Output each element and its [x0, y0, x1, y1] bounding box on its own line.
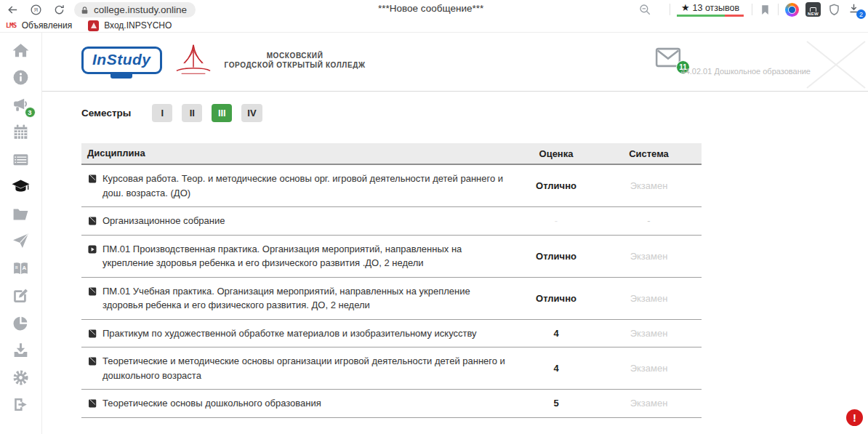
download-icon — [12, 341, 30, 362]
refresh-button[interactable] — [51, 1, 67, 17]
divider — [752, 4, 752, 15]
downloads-badge: 2 — [856, 9, 866, 19]
bookmark-item[interactable]: Вход.INPSYCHO — [88, 20, 172, 31]
sidebar-item-logout[interactable] — [11, 397, 31, 416]
semester-button-IV[interactable]: IV — [241, 104, 262, 122]
reviews-widget[interactable]: ★ 13 отзывов — [677, 2, 744, 17]
system-value: - — [596, 215, 702, 226]
downloads-button[interactable]: 2 — [848, 2, 862, 17]
semester-button-III[interactable]: III — [212, 104, 232, 122]
sidebar-item-translate[interactable]: Aя — [11, 260, 31, 279]
extension-color-icon[interactable] — [785, 3, 799, 17]
inpsycho-favicon — [88, 20, 99, 31]
sidebar-item-stats[interactable] — [11, 315, 31, 334]
grades-table: Дисциплина Оценка Система Курсовая работ… — [81, 143, 702, 418]
system-value: Экзамен — [596, 363, 702, 374]
book-icon — [87, 329, 97, 339]
svg-text:я: я — [15, 265, 18, 270]
address-bar[interactable]: college.instudy.online — [74, 2, 196, 17]
grade-value: Отлично — [516, 293, 596, 304]
play-icon — [87, 244, 97, 254]
system-value: Экзамен — [596, 251, 702, 262]
sidebar-item-download[interactable] — [11, 342, 31, 361]
calendar-icon — [12, 123, 30, 144]
table-row: ПМ.01 Учебная практика. Организация меро… — [81, 278, 702, 320]
url-text: college.instudy.online — [94, 4, 187, 15]
sidebar-item-edit[interactable] — [11, 288, 31, 307]
system-value: Экзамен — [596, 293, 702, 304]
semesters-selector: Семестры IIIIIIIV — [81, 104, 262, 122]
column-system: Система — [596, 148, 702, 159]
site-header: InStudy МОСКОВСКИЙ ГОРОДСКОЙ ОТКРЫТЫЙ КО… — [81, 42, 366, 79]
grade-value: Отлично — [516, 180, 596, 191]
bookmark-label: Объявления — [22, 20, 72, 31]
table-row: Организационное собрание-- — [81, 207, 702, 236]
discipline-name[interactable]: Теоретические и методические основы орга… — [103, 354, 506, 382]
grade-value: - — [516, 215, 596, 226]
bookmarks-bar: LMSОбъявленияВход.INPSYCHO — [0, 19, 868, 33]
sidebar-item-calendar[interactable] — [11, 124, 31, 143]
discipline-name[interactable]: ПМ.01 Производственная практика. Организ… — [103, 242, 506, 270]
sidebar-item-folder[interactable] — [11, 206, 31, 225]
bookmark-flag-icon[interactable] — [759, 4, 771, 16]
college-name: МОСКОВСКИЙ ГОРОДСКОЙ ОТКРЫТЫЙ КОЛЛЕДЖ — [225, 51, 366, 71]
book-icon — [87, 216, 97, 226]
discipline-name[interactable]: Курсовая работа. Теор. и методические ос… — [103, 172, 506, 200]
grade-value: 5 — [516, 398, 596, 409]
table-row: Теоретические основы дошкольного образов… — [81, 390, 702, 418]
grade-value: 4 — [516, 363, 596, 374]
grade-value: Отлично — [516, 251, 596, 262]
back-button[interactable] — [4, 1, 20, 17]
lock-icon — [80, 5, 89, 15]
browser-menu-icon[interactable]: Я — [28, 1, 44, 17]
send-icon — [12, 232, 30, 253]
column-grade: Оценка — [516, 148, 596, 159]
extension-new-icon[interactable]: NEW — [805, 2, 821, 17]
table-row: ПМ.01 Производственная практика. Организ… — [81, 236, 702, 278]
alert-icon[interactable]: ! — [846, 409, 863, 426]
sidebar-item-journal[interactable] — [11, 151, 31, 170]
grade-value: 4 — [516, 328, 596, 339]
zoom-out-icon[interactable] — [638, 3, 651, 16]
sidebar-item-send[interactable] — [11, 233, 31, 252]
discipline-name[interactable]: Практикум по художественной обработке ма… — [103, 326, 477, 341]
star-icon: ★ — [681, 2, 690, 13]
divider — [670, 4, 670, 15]
discipline-name[interactable]: ПМ.01 Учебная практика. Организация меро… — [103, 284, 506, 313]
svg-text:Я: Я — [33, 7, 37, 13]
system-value: Экзамен — [596, 328, 702, 339]
sidebar-item-education[interactable] — [11, 179, 31, 198]
discipline-name[interactable]: Организационное собрание — [103, 214, 225, 228]
book-icon — [87, 356, 97, 366]
sidebar-item-home[interactable] — [11, 42, 31, 61]
new-badge: NEW — [808, 12, 819, 16]
instudy-logo[interactable]: InStudy — [81, 47, 162, 74]
sidebar-item-info[interactable] — [11, 70, 31, 89]
instudy-logo-text: InStudy — [92, 51, 151, 68]
browser-toolbar: Я college.instudy.online ***Новое сообще… — [0, 0, 868, 19]
table-row: Теоретические и методические основы орга… — [81, 347, 702, 390]
bookmark-item[interactable]: LMSОбъявления — [6, 20, 72, 31]
translate-icon: Aя — [12, 260, 30, 281]
svg-text:A: A — [23, 264, 27, 270]
system-value: Экзамен — [596, 180, 702, 191]
info-icon — [12, 68, 30, 89]
education-icon — [12, 177, 30, 198]
announcements-badge: 3 — [25, 107, 36, 118]
sidebar-item-settings[interactable] — [11, 369, 31, 388]
header-divider — [42, 91, 868, 92]
divider — [778, 4, 779, 15]
semester-button-II[interactable]: II — [182, 104, 202, 122]
discipline-name[interactable]: Теоретические основы дошкольного образов… — [103, 396, 321, 411]
mail-button[interactable]: 11 — [651, 44, 685, 71]
semester-button-I[interactable]: I — [152, 104, 172, 122]
home-icon — [12, 41, 30, 63]
protect-shield-icon[interactable] — [827, 3, 841, 17]
settings-icon — [12, 369, 30, 390]
table-row: Практикум по художественной обработке ма… — [81, 320, 702, 348]
program-label: 44.02.01 Дошкольное образование — [681, 67, 811, 76]
college-emblem-icon — [172, 42, 214, 79]
page-title: ***Новое сообщение*** — [378, 3, 483, 14]
sidebar-item-announcements[interactable]: 3 — [11, 97, 31, 116]
reviews-rating-bar — [677, 15, 744, 17]
